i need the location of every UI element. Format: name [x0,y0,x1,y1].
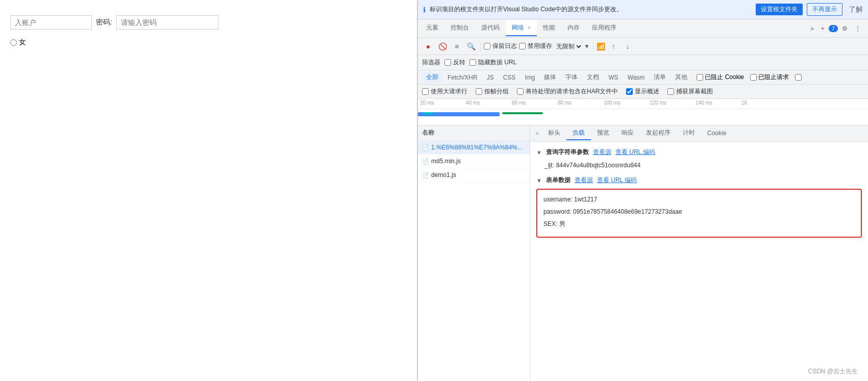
show-overview-checkbox[interactable]: 显示概述 [626,87,659,96]
radio-row: 女 [10,38,407,47]
filter-doc-button[interactable]: 文档 [583,72,603,83]
blocked-cookie-checkbox[interactable]: 已阻止 Cookie [697,73,744,82]
query-param-value-ijt: 844v74u4u8bqtc51oosnrdu844 [556,162,640,169]
form-view-source-link[interactable]: 查看源 [575,176,593,185]
radio-female-label: 女 [19,38,26,47]
blocked-request-label: 已阻止请求 [758,73,789,82]
file-icon-2: 📄 [422,172,429,179]
form-area: 密码: 女 [0,0,417,62]
tab-application[interactable]: 应用程序 [586,20,623,36]
tab-performance[interactable]: 性能 [537,20,561,36]
learn-more-link[interactable]: 了解 [849,5,863,14]
toolbar-divider-2 [593,42,593,51]
filter-type-bar: 全部 Fetch/XHR JS CSS Img 媒体 字体 文档 WS Wasm… [418,70,868,85]
tab-sources[interactable]: 源代码 [475,20,506,36]
tabs-actions: » + 7 ⚙ ⋮ [807,23,866,34]
form-toggle[interactable]: ▼ [536,177,542,184]
filter-ws-button[interactable]: WS [604,73,622,82]
search-button[interactable]: 🔍 [465,40,477,53]
capture-screenshot-checkbox[interactable]: 捕获屏幕截图 [667,87,713,96]
record-button[interactable]: ● [422,40,434,53]
form-data-sex: SEX: 男 [543,219,855,228]
filter-all-button[interactable]: 全部 [422,72,442,83]
query-section-header: ▼ 查询字符串参数 查看源 查看 URL 编码 [536,148,862,157]
tick-60: 60 ms [510,100,556,106]
filter-media-button[interactable]: 媒体 [540,72,560,83]
tab-elements[interactable]: 元素 [420,20,444,36]
hide-data-url-checkbox[interactable]: 隐藏数据 URL [469,58,516,67]
radio-female-input[interactable] [10,39,17,46]
import-button[interactable]: ↑ [607,40,619,53]
filter-font-button[interactable]: 字体 [561,72,582,83]
filter-other-button[interactable]: 其他 [671,72,691,83]
wifi-icon[interactable]: 📶 [597,42,605,50]
tick-20: 20 ms [418,100,464,106]
account-input[interactable] [10,15,92,30]
file-icon-1: 📄 [422,158,429,165]
form-view-url-link[interactable]: 查看 URL 编码 [597,176,637,185]
tick-end: 16 [739,100,785,106]
sub-tab-cookie[interactable]: Cookie [701,128,732,140]
sub-tab-headers[interactable]: 标头 [542,126,566,140]
sub-tab-timing[interactable]: 计时 [677,126,701,140]
close-detail-button[interactable]: × [532,128,542,139]
filter-css-button[interactable]: CSS [499,73,520,82]
form-data-password: password: 0951e78575846408e69e17273273da… [543,207,855,216]
sub-tab-payload[interactable]: 负载 [566,126,591,140]
query-view-source-link[interactable]: 查看源 [593,148,611,157]
filter-toggle-button[interactable]: ≡ [451,40,463,53]
password-input[interactable] [116,15,218,30]
file-list: 名称 📄 1.%E6%88%91%E7%9A%84%... 📄 md5.min.… [418,125,530,381]
filter-js-button[interactable]: JS [483,73,498,82]
export-button[interactable]: ↓ [622,40,634,53]
sub-tab-response[interactable]: 响应 [615,126,640,140]
invert-checkbox[interactable]: 反转 [444,58,465,67]
sex-key: SEX: [543,220,557,227]
file-item-0[interactable]: 📄 1.%E6%88%91%E7%9A%84%... [418,141,530,155]
tab-network[interactable]: 网络 × [506,20,537,36]
filter-manifest-button[interactable]: 清单 [650,72,670,83]
query-param-key-ijt: _ijt: [544,162,554,169]
account-row: 密码: [10,15,407,30]
options-bar: 使用大请求行 按帧分组 将待处理的请求包含在HAR文件中 显示概述 捕获屏幕截图 [418,85,868,99]
disable-cache-checkbox[interactable]: 禁用缓存 [519,42,552,50]
query-view-url-link[interactable]: 查看 URL 编码 [615,148,655,157]
tick-120: 120 ms [648,100,693,106]
set-root-folder-button[interactable]: 设置根文件夹 [756,4,803,15]
query-toggle[interactable]: ▼ [536,149,542,156]
filter-bar: 筛选器 反转 隐藏数据 URL [418,55,868,70]
password-label: 密码: [96,18,112,27]
more-tabs-button[interactable]: » [807,23,817,34]
filter-img-button[interactable]: Img [520,73,539,82]
tab-memory[interactable]: 内存 [561,20,586,36]
file-item-2[interactable]: 📄 demo1.js [418,168,530,182]
disable-cache-label: 禁用缓存 [528,42,552,50]
tab-network-close: × [528,25,531,31]
customize-button[interactable]: ⋮ [852,23,864,34]
radio-female[interactable]: 女 [10,38,26,47]
tab-console[interactable]: 控制台 [444,20,475,36]
throttle-select[interactable]: 无限制 [554,42,583,50]
sub-tab-preview[interactable]: 预览 [591,126,615,140]
preserve-log-checkbox[interactable]: 保留日志 [484,42,517,50]
file-name-2: demo1.js [431,171,456,179]
dont-show-again-button[interactable]: 不再显示 [807,3,842,16]
include-pending-checkbox[interactable]: 将待处理的请求包含在HAR文件中 [517,87,618,96]
add-tab-button[interactable]: + [818,23,828,34]
invert-label: 反转 [453,58,465,67]
group-by-frame-checkbox[interactable]: 按帧分组 [476,87,509,96]
extra-checkbox[interactable] [795,74,802,81]
blocked-request-checkbox[interactable]: 已阻止请求 [750,73,789,82]
file-list-header: 名称 [418,125,530,141]
filter-fetch-button[interactable]: Fetch/XHR [443,73,482,82]
payload-content: ▼ 查询字符串参数 查看源 查看 URL 编码 _ijt: 844v74u4u8… [530,142,868,381]
filter-wasm-button[interactable]: Wasm [624,73,649,82]
tick-140: 140 ms [693,100,739,106]
left-panel: 密码: 女 [0,0,417,381]
settings-button[interactable]: ⚙ [839,23,851,34]
large-request-row-checkbox[interactable]: 使用大请求行 [422,87,467,96]
file-item-1[interactable]: 📄 md5.min.js [418,155,530,168]
form-data-username: username: 1wt1217 [543,195,855,204]
sub-tab-initiator[interactable]: 发起程序 [640,126,677,140]
clear-button[interactable]: 🚫 [436,40,449,53]
